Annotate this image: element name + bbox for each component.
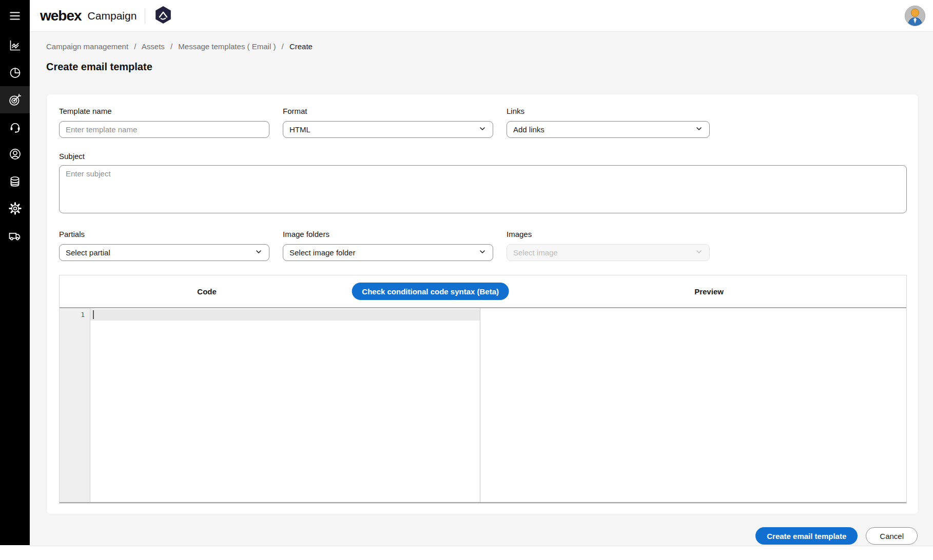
cancel-button[interactable]: Cancel — [866, 527, 918, 545]
template-name-label: Template name — [59, 107, 112, 115]
code-column-header: Code — [197, 287, 217, 296]
app-window: webex Campaign — [0, 0, 933, 560]
breadcrumb-separator: / — [170, 42, 172, 51]
menu-toggle-button[interactable] — [0, 0, 30, 32]
sidebar-item-contacts[interactable] — [0, 141, 30, 168]
template-name-input[interactable] — [59, 121, 269, 138]
sidebar-item-campaigns[interactable] — [0, 86, 30, 113]
line-number-gutter: 1 — [60, 308, 90, 502]
sidebar-item-settings[interactable] — [0, 195, 30, 222]
webex-logo: webex — [40, 8, 82, 24]
code-editor: 1 — [60, 308, 480, 502]
breadcrumb-separator: / — [282, 42, 284, 51]
links-label: Links — [507, 107, 524, 115]
page-title: Create email template — [46, 61, 152, 73]
breadcrumb-create: Create — [289, 42, 313, 51]
footer-actions: Create email template Cancel — [755, 527, 918, 545]
image-folders-select[interactable]: Select image folder — [283, 244, 493, 261]
breadcrumb-assets[interactable]: Assets — [142, 42, 165, 51]
chevron-down-icon — [478, 248, 487, 257]
breadcrumb: Campaign management / Assets / Message t… — [46, 42, 313, 51]
check-syntax-button[interactable]: Check conditional code syntax (Beta) — [352, 283, 509, 300]
breadcrumb-campaign-management[interactable]: Campaign management — [46, 42, 128, 51]
truck-icon — [8, 229, 22, 243]
format-select[interactable]: HTML — [283, 121, 493, 138]
active-line-highlight — [90, 309, 480, 321]
partials-select-value: Select partial — [66, 248, 255, 257]
preview-column-header: Preview — [694, 287, 724, 296]
breadcrumb-separator: / — [134, 42, 136, 51]
pie-chart-icon — [8, 66, 22, 79]
topbar-divider — [145, 8, 145, 24]
database-icon — [8, 175, 22, 188]
sidebar-item-delivery[interactable] — [0, 222, 30, 249]
images-label: Images — [507, 230, 532, 238]
chevron-down-icon — [255, 248, 263, 257]
user-icon — [8, 147, 22, 161]
subject-label: Subject — [59, 152, 85, 161]
headset-icon — [8, 120, 22, 134]
chevron-down-icon — [695, 248, 703, 257]
links-select[interactable]: Add links — [507, 121, 710, 138]
breadcrumb-message-templates[interactable]: Message templates ( Email ) — [178, 42, 276, 51]
partials-label: Partials — [59, 230, 85, 238]
sidebar-item-data[interactable] — [0, 168, 30, 195]
links-select-value: Add links — [513, 125, 695, 134]
images-select: Select image — [507, 244, 710, 261]
partials-select[interactable]: Select partial — [59, 244, 269, 261]
hamburger-icon — [8, 9, 22, 23]
app-badge-icon[interactable] — [153, 5, 173, 27]
text-caret — [93, 310, 94, 319]
target-icon — [8, 93, 22, 107]
image-folders-label: Image folders — [283, 230, 329, 238]
chevron-down-icon — [478, 125, 487, 134]
product-name: Campaign — [88, 10, 137, 22]
form-card: Template name Format HTML Links Add link… — [46, 94, 919, 514]
gear-icon — [8, 202, 22, 215]
sidebar-item-reports[interactable] — [0, 59, 30, 86]
format-label: Format — [283, 107, 307, 115]
preview-pane — [480, 308, 906, 502]
code-preview-section: Code Check conditional code syntax (Beta… — [59, 275, 907, 504]
format-select-value: HTML — [289, 125, 478, 134]
user-avatar[interactable] — [904, 5, 926, 27]
create-email-template-button[interactable]: Create email template — [755, 527, 858, 545]
main-content: Campaign management / Assets / Message t… — [30, 32, 933, 546]
top-bar: webex Campaign — [30, 0, 933, 32]
line-chart-icon — [8, 38, 22, 52]
chevron-down-icon — [695, 125, 703, 134]
code-preview-body: 1 — [60, 307, 906, 503]
sidebar-item-analytics[interactable] — [0, 32, 30, 59]
code-input-area[interactable] — [90, 308, 480, 502]
line-number: 1 — [60, 309, 85, 321]
subject-textarea[interactable] — [59, 165, 907, 213]
sidebar-item-support[interactable] — [0, 113, 30, 141]
sidebar — [0, 0, 30, 545]
images-select-value: Select image — [513, 248, 695, 257]
code-preview-header: Code Check conditional code syntax (Beta… — [60, 275, 906, 307]
image-folders-select-value: Select image folder — [289, 248, 478, 257]
